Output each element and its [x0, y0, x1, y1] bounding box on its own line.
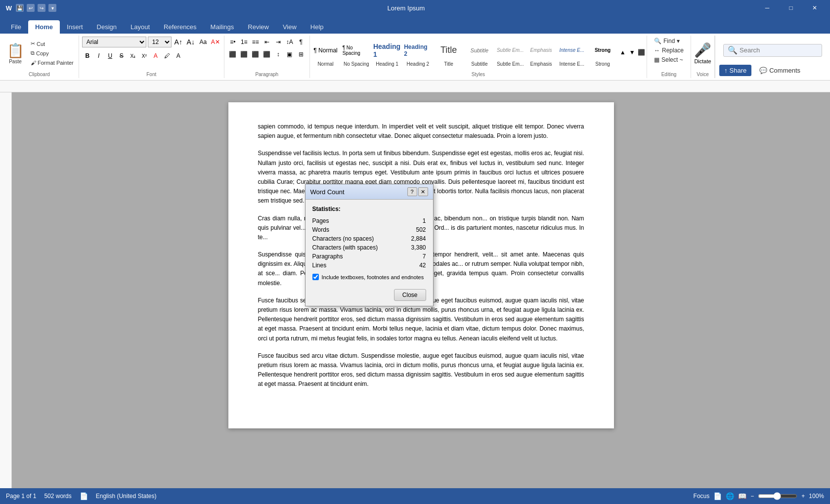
align-right-button[interactable]: ⬛ [250, 49, 261, 60]
include-textboxes-checkbox[interactable] [312, 274, 319, 280]
style-heading1[interactable]: Heading 1 Heading 1 [372, 37, 402, 68]
dialog-help-button[interactable]: ? [407, 187, 417, 196]
show-marks-button[interactable]: ¶ [296, 37, 306, 47]
styles-expand-button[interactable]: ⬛ [637, 47, 646, 58]
increase-indent-button[interactable]: ⇥ [273, 37, 284, 47]
style-subtle-em[interactable]: Subtle Em... Subtle Em... [495, 37, 525, 68]
bullets-button[interactable]: ≡• [227, 37, 238, 47]
strikethrough-button[interactable]: S [116, 50, 127, 61]
cut-button[interactable]: ✂ Cut [29, 40, 76, 48]
style-heading2[interactable]: Heading 2 Heading 2 [402, 37, 433, 68]
stat-lines: Lines 42 [312, 261, 426, 270]
style-no-spacing-label: No Spacing [344, 61, 369, 67]
subscript-button[interactable]: X₂ [128, 50, 138, 61]
print-layout-icon[interactable]: 📄 [713, 492, 722, 500]
tab-insert[interactable]: Insert [60, 20, 90, 34]
ribbon-extras: 🔍 ↑ Share 💬 Comments [715, 36, 830, 78]
line-spacing-button[interactable]: ↕ [273, 49, 284, 60]
comment-icon: 💬 [759, 67, 767, 74]
style-intense-e[interactable]: Intense E... Intense E... [557, 37, 587, 68]
tab-mailings[interactable]: Mailings [204, 20, 241, 34]
include-checkbox-row: Include textboxes, footnotes and endnote… [312, 274, 426, 280]
zoom-slider[interactable] [758, 492, 797, 500]
dialog-close-btn[interactable]: Close [394, 289, 426, 301]
format-painter-label: Format Painter [38, 60, 74, 66]
word-count-status: 502 words [44, 493, 71, 500]
search-bar[interactable]: 🔍 [723, 44, 822, 57]
styles-scroll-up-button[interactable]: ▲ [618, 47, 627, 58]
tab-references[interactable]: References [157, 20, 203, 34]
clear-formatting-button[interactable]: A✕ [210, 37, 221, 47]
tab-help[interactable]: Help [304, 20, 331, 34]
tab-file[interactable]: File [4, 20, 28, 34]
align-center-button[interactable]: ⬛ [239, 49, 250, 60]
align-left-button[interactable]: ⬛ [227, 49, 238, 60]
style-emphasis[interactable]: Emphasis Emphasis [525, 37, 556, 68]
redo-icon[interactable]: ↪ [38, 4, 45, 12]
superscript-button[interactable]: X² [139, 50, 150, 61]
tab-layout[interactable]: Layout [124, 20, 157, 34]
font-color-button[interactable]: A [150, 50, 161, 61]
shrink-font-button[interactable]: A↓ [185, 37, 196, 47]
underline-button[interactable]: U [105, 50, 116, 61]
paste-button[interactable]: 📋 Paste [3, 39, 28, 68]
select-button[interactable]: ▦ Select ~ [650, 55, 688, 64]
close-button[interactable]: ✕ [803, 0, 826, 16]
tab-design[interactable]: Design [90, 20, 124, 34]
shading-button[interactable]: ▣ [284, 49, 295, 60]
customize-icon[interactable]: ▾ [48, 4, 56, 12]
italic-button[interactable]: I [93, 50, 104, 61]
style-no-spacing[interactable]: ¶ No Spacing No Spacing [341, 37, 372, 68]
borders-button[interactable]: ⊞ [296, 49, 306, 60]
style-strong[interactable]: Strong Strong [587, 37, 618, 68]
decrease-indent-button[interactable]: ⇤ [262, 37, 272, 47]
style-title-preview: Title [440, 39, 457, 61]
grow-font-button[interactable]: A↑ [173, 37, 184, 47]
read-mode-icon[interactable]: 📖 [738, 492, 746, 500]
dictate-label[interactable]: Dictate [694, 58, 711, 64]
language-label[interactable]: English (United States) [96, 493, 157, 500]
format-painter-button[interactable]: 🖌 Format Painter [29, 58, 76, 67]
document-area[interactable]: sapien commodo, id tempus neque interdum… [12, 92, 830, 488]
find-button[interactable]: 🔍 Find ▾ [650, 37, 688, 45]
style-subtitle-label: Subtitle [471, 61, 487, 67]
tab-view[interactable]: View [276, 20, 304, 34]
justify-button[interactable]: ⬛ [262, 49, 272, 60]
font-family-select[interactable]: Arial [82, 37, 146, 47]
text-effects-button[interactable]: A [173, 50, 184, 61]
zoom-in-icon[interactable]: + [801, 493, 805, 500]
main-area: sapien commodo, id tempus neque interdum… [0, 92, 830, 488]
share-comments-row: ↑ Share 💬 Comments [719, 65, 826, 76]
find-dropdown-icon: ▾ [677, 38, 680, 44]
stat-paragraphs: Paragraphs 7 [312, 252, 426, 261]
dictate-icon: 🎤 [694, 42, 711, 58]
copy-button[interactable]: ⧉ Copy [29, 49, 76, 58]
tab-review[interactable]: Review [241, 20, 276, 34]
bold-button[interactable]: B [82, 50, 93, 61]
undo-icon[interactable]: ↩ [27, 4, 35, 12]
vertical-ruler [0, 92, 12, 488]
sort-button[interactable]: ↕A [284, 37, 295, 47]
minimize-button[interactable]: ─ [756, 0, 779, 16]
style-title[interactable]: Title Title [433, 37, 464, 68]
comments-button[interactable]: 💬 Comments [754, 65, 805, 76]
style-intense-e-preview: Intense E... [559, 39, 584, 61]
search-input[interactable] [740, 46, 818, 54]
styles-scroll-down-button[interactable]: ▼ [627, 47, 637, 58]
share-button[interactable]: ↑ Share [719, 65, 751, 76]
dialog-close-button[interactable]: ✕ [418, 187, 428, 196]
tab-home[interactable]: Home [28, 20, 60, 34]
replace-button[interactable]: ↔ Replace [650, 46, 688, 55]
save-icon[interactable]: 💾 [16, 4, 24, 12]
highlight-button[interactable]: 🖊 [162, 50, 173, 61]
style-subtitle[interactable]: Subtitle Subtitle [464, 37, 495, 68]
web-layout-icon[interactable]: 🌐 [726, 492, 734, 500]
zoom-out-icon[interactable]: − [750, 493, 754, 500]
numbering-button[interactable]: 1≡ [239, 37, 250, 47]
style-normal[interactable]: ¶ Normal Normal [310, 37, 341, 68]
multilevel-button[interactable]: ≡≡ [250, 37, 261, 47]
maximize-button[interactable]: □ [780, 0, 802, 16]
font-size-select[interactable]: 12 [148, 37, 172, 47]
focus-button[interactable]: Focus [694, 493, 710, 500]
change-case-button[interactable]: Aa [198, 37, 209, 47]
